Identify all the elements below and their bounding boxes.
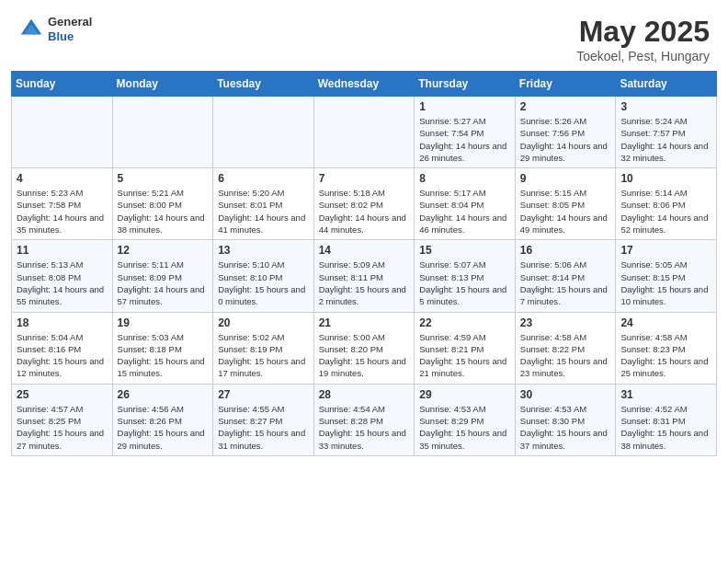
day-info: Sunrise: 5:00 AM Sunset: 8:20 PM Dayligh… — [319, 331, 410, 380]
day-number: 24 — [620, 316, 711, 329]
calendar-cell: 6Sunrise: 5:20 AM Sunset: 8:01 PM Daylig… — [213, 168, 314, 240]
day-info: Sunrise: 5:15 AM Sunset: 8:05 PM Dayligh… — [520, 187, 611, 236]
calendar-week-5: 25Sunrise: 4:57 AM Sunset: 8:25 PM Dayli… — [12, 384, 717, 455]
calendar-cell: 12Sunrise: 5:11 AM Sunset: 8:09 PM Dayli… — [112, 240, 213, 312]
day-info: Sunrise: 4:55 AM Sunset: 8:27 PM Dayligh… — [218, 403, 309, 452]
calendar-table: SundayMondayTuesdayWednesdayThursdayFrid… — [11, 71, 717, 456]
day-info: Sunrise: 5:24 AM Sunset: 7:57 PM Dayligh… — [620, 115, 711, 164]
logo-blue: Blue — [48, 29, 92, 44]
day-info: Sunrise: 4:52 AM Sunset: 8:31 PM Dayligh… — [620, 403, 711, 452]
day-info: Sunrise: 4:58 AM Sunset: 8:22 PM Dayligh… — [520, 331, 611, 380]
calendar-cell: 3Sunrise: 5:24 AM Sunset: 7:57 PM Daylig… — [616, 97, 717, 168]
day-info: Sunrise: 5:18 AM Sunset: 8:02 PM Dayligh… — [319, 187, 410, 236]
location-subtitle: Toekoel, Pest, Hungary — [576, 49, 710, 63]
calendar-week-2: 4Sunrise: 5:23 AM Sunset: 7:58 PM Daylig… — [12, 168, 717, 240]
day-number: 15 — [419, 244, 510, 257]
calendar-cell: 8Sunrise: 5:17 AM Sunset: 8:04 PM Daylig… — [415, 168, 516, 240]
day-info: Sunrise: 5:13 AM Sunset: 8:08 PM Dayligh… — [17, 259, 108, 307]
day-info: Sunrise: 5:04 AM Sunset: 8:16 PM Dayligh… — [17, 331, 108, 380]
day-info: Sunrise: 5:06 AM Sunset: 8:14 PM Dayligh… — [520, 259, 611, 307]
calendar-week-4: 18Sunrise: 5:04 AM Sunset: 8:16 PM Dayli… — [12, 312, 717, 384]
calendar-cell: 26Sunrise: 4:56 AM Sunset: 8:26 PM Dayli… — [112, 384, 213, 455]
day-number: 20 — [218, 316, 309, 329]
day-number: 14 — [319, 244, 410, 257]
day-number: 30 — [520, 388, 611, 401]
day-info: Sunrise: 5:20 AM Sunset: 8:01 PM Dayligh… — [218, 187, 309, 236]
calendar-cell: 23Sunrise: 4:58 AM Sunset: 8:22 PM Dayli… — [515, 312, 616, 384]
calendar-cell: 2Sunrise: 5:26 AM Sunset: 7:56 PM Daylig… — [515, 97, 616, 168]
day-number: 18 — [17, 316, 108, 329]
day-info: Sunrise: 4:56 AM Sunset: 8:26 PM Dayligh… — [118, 403, 209, 452]
calendar-cell: 14Sunrise: 5:09 AM Sunset: 8:11 PM Dayli… — [313, 240, 415, 312]
calendar-week-3: 11Sunrise: 5:13 AM Sunset: 8:08 PM Dayli… — [12, 240, 717, 312]
day-number: 19 — [118, 316, 209, 329]
calendar-cell: 11Sunrise: 5:13 AM Sunset: 8:08 PM Dayli… — [12, 240, 113, 312]
day-info: Sunrise: 4:59 AM Sunset: 8:21 PM Dayligh… — [419, 331, 510, 380]
day-number: 26 — [118, 388, 209, 401]
calendar-cell: 13Sunrise: 5:10 AM Sunset: 8:10 PM Dayli… — [213, 240, 314, 312]
header-row: SundayMondayTuesdayWednesdayThursdayFrid… — [12, 72, 717, 97]
calendar-body: 1Sunrise: 5:27 AM Sunset: 7:54 PM Daylig… — [12, 97, 717, 456]
day-info: Sunrise: 5:21 AM Sunset: 8:00 PM Dayligh… — [118, 187, 209, 236]
calendar-cell: 29Sunrise: 4:53 AM Sunset: 8:29 PM Dayli… — [415, 384, 516, 455]
calendar-cell: 15Sunrise: 5:07 AM Sunset: 8:13 PM Dayli… — [415, 240, 516, 312]
day-info: Sunrise: 5:11 AM Sunset: 8:09 PM Dayligh… — [118, 259, 209, 307]
day-info: Sunrise: 5:05 AM Sunset: 8:15 PM Dayligh… — [620, 259, 711, 307]
header-day-monday: Monday — [112, 72, 213, 97]
header-day-saturday: Saturday — [616, 72, 717, 97]
day-info: Sunrise: 5:14 AM Sunset: 8:06 PM Dayligh… — [620, 187, 711, 236]
day-info: Sunrise: 5:09 AM Sunset: 8:11 PM Dayligh… — [319, 259, 410, 307]
day-info: Sunrise: 5:03 AM Sunset: 8:18 PM Dayligh… — [118, 331, 209, 380]
day-number: 29 — [419, 388, 510, 401]
day-number: 1 — [419, 100, 510, 113]
day-number: 8 — [419, 172, 510, 185]
calendar-cell: 21Sunrise: 5:00 AM Sunset: 8:20 PM Dayli… — [313, 312, 415, 384]
calendar-cell: 31Sunrise: 4:52 AM Sunset: 8:31 PM Dayli… — [616, 384, 717, 455]
day-number: 2 — [520, 100, 611, 113]
day-info: Sunrise: 4:54 AM Sunset: 8:28 PM Dayligh… — [319, 403, 410, 452]
calendar-header: SundayMondayTuesdayWednesdayThursdayFrid… — [12, 72, 717, 97]
calendar-cell: 4Sunrise: 5:23 AM Sunset: 7:58 PM Daylig… — [12, 168, 113, 240]
calendar-cell: 20Sunrise: 5:02 AM Sunset: 8:19 PM Dayli… — [213, 312, 314, 384]
calendar-cell — [213, 97, 314, 168]
calendar-cell: 1Sunrise: 5:27 AM Sunset: 7:54 PM Daylig… — [415, 97, 516, 168]
month-year-title: May 2025 — [576, 15, 710, 49]
day-number: 27 — [218, 388, 309, 401]
day-number: 11 — [17, 244, 108, 257]
day-number: 13 — [218, 244, 309, 257]
header-day-thursday: Thursday — [415, 72, 516, 97]
day-number: 4 — [17, 172, 108, 185]
logo-text: General Blue — [48, 15, 92, 43]
day-number: 21 — [319, 316, 410, 329]
day-info: Sunrise: 4:57 AM Sunset: 8:25 PM Dayligh… — [17, 403, 108, 452]
calendar-cell: 28Sunrise: 4:54 AM Sunset: 8:28 PM Dayli… — [313, 384, 415, 455]
day-number: 9 — [520, 172, 611, 185]
header-day-friday: Friday — [515, 72, 616, 97]
day-info: Sunrise: 5:02 AM Sunset: 8:19 PM Dayligh… — [218, 331, 309, 380]
calendar-cell: 5Sunrise: 5:21 AM Sunset: 8:00 PM Daylig… — [112, 168, 213, 240]
day-info: Sunrise: 4:53 AM Sunset: 8:30 PM Dayligh… — [520, 403, 611, 452]
day-info: Sunrise: 4:53 AM Sunset: 8:29 PM Dayligh… — [419, 403, 510, 452]
day-number: 10 — [620, 172, 711, 185]
calendar-cell: 7Sunrise: 5:18 AM Sunset: 8:02 PM Daylig… — [313, 168, 415, 240]
header-day-tuesday: Tuesday — [213, 72, 314, 97]
day-info: Sunrise: 4:58 AM Sunset: 8:23 PM Dayligh… — [620, 331, 711, 380]
day-number: 22 — [419, 316, 510, 329]
calendar-cell: 16Sunrise: 5:06 AM Sunset: 8:14 PM Dayli… — [515, 240, 616, 312]
day-info: Sunrise: 5:10 AM Sunset: 8:10 PM Dayligh… — [218, 259, 309, 307]
day-number: 3 — [620, 100, 711, 113]
day-info: Sunrise: 5:23 AM Sunset: 7:58 PM Dayligh… — [17, 187, 108, 236]
logo: General Blue — [18, 15, 92, 43]
logo-general: General — [48, 15, 92, 29]
page-header: General Blue May 2025 Toekoel, Pest, Hun… — [0, 0, 728, 71]
day-number: 6 — [218, 172, 309, 185]
day-number: 23 — [520, 316, 611, 329]
calendar-wrapper: SundayMondayTuesdayWednesdayThursdayFrid… — [0, 71, 728, 467]
calendar-cell: 18Sunrise: 5:04 AM Sunset: 8:16 PM Dayli… — [12, 312, 113, 384]
title-block: May 2025 Toekoel, Pest, Hungary — [576, 15, 710, 63]
day-number: 31 — [620, 388, 711, 401]
day-info: Sunrise: 5:26 AM Sunset: 7:56 PM Dayligh… — [520, 115, 611, 164]
header-day-wednesday: Wednesday — [313, 72, 415, 97]
calendar-cell: 27Sunrise: 4:55 AM Sunset: 8:27 PM Dayli… — [213, 384, 314, 455]
day-info: Sunrise: 5:27 AM Sunset: 7:54 PM Dayligh… — [419, 115, 510, 164]
